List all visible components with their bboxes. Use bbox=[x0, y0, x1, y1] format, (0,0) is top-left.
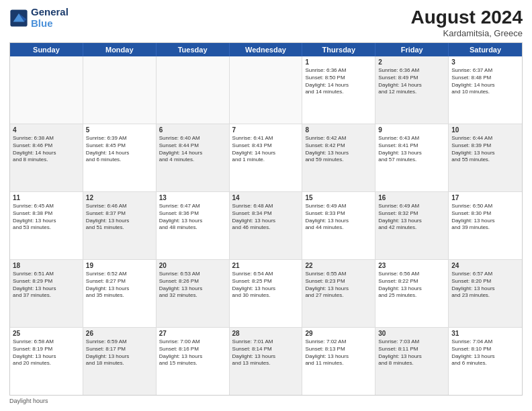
day-number: 21 bbox=[232, 262, 300, 269]
calendar-day-20: 20Sunrise: 6:53 AM Sunset: 8:26 PM Dayli… bbox=[157, 260, 230, 327]
logo-text: General Blue bbox=[31, 7, 69, 29]
calendar-day-2: 2Sunrise: 6:36 AM Sunset: 8:49 PM Daylig… bbox=[375, 56, 449, 124]
calendar-day-4: 4Sunrise: 6:38 AM Sunset: 8:46 PM Daylig… bbox=[10, 124, 83, 191]
day-info: Sunrise: 7:01 AM Sunset: 8:14 PM Dayligh… bbox=[232, 338, 300, 367]
calendar-week-2: 4Sunrise: 6:38 AM Sunset: 8:46 PM Daylig… bbox=[10, 124, 522, 192]
calendar-day-9: 9Sunrise: 6:43 AM Sunset: 8:41 PM Daylig… bbox=[375, 124, 449, 191]
day-number: 1 bbox=[305, 58, 372, 66]
day-number: 30 bbox=[378, 330, 445, 337]
day-info: Sunrise: 6:36 AM Sunset: 8:49 PM Dayligh… bbox=[378, 67, 445, 96]
day-number: 7 bbox=[232, 126, 300, 134]
calendar-day-8: 8Sunrise: 6:42 AM Sunset: 8:42 PM Daylig… bbox=[302, 124, 375, 191]
calendar-day-3: 3Sunrise: 6:37 AM Sunset: 8:48 PM Daylig… bbox=[449, 56, 522, 124]
calendar-week-1: 1Sunrise: 6:36 AM Sunset: 8:50 PM Daylig… bbox=[10, 56, 522, 124]
calendar-day-6: 6Sunrise: 6:40 AM Sunset: 8:44 PM Daylig… bbox=[157, 124, 230, 191]
calendar-day-18: 18Sunrise: 6:51 AM Sunset: 8:29 PM Dayli… bbox=[10, 260, 83, 327]
calendar-week-5: 25Sunrise: 6:58 AM Sunset: 8:19 PM Dayli… bbox=[10, 328, 522, 395]
calendar-empty-cell bbox=[10, 56, 83, 124]
day-number: 19 bbox=[86, 262, 153, 269]
day-info: Sunrise: 6:44 AM Sunset: 8:39 PM Dayligh… bbox=[451, 135, 519, 164]
calendar-day-30: 30Sunrise: 7:03 AM Sunset: 8:11 PM Dayli… bbox=[375, 328, 449, 395]
day-number: 24 bbox=[451, 262, 519, 269]
calendar-day-23: 23Sunrise: 6:56 AM Sunset: 8:22 PM Dayli… bbox=[375, 260, 449, 327]
main-title: August 2024 bbox=[411, 7, 523, 28]
day-info: Sunrise: 6:51 AM Sunset: 8:29 PM Dayligh… bbox=[13, 271, 80, 300]
day-info: Sunrise: 6:36 AM Sunset: 8:50 PM Dayligh… bbox=[305, 67, 372, 96]
day-info: Sunrise: 6:49 AM Sunset: 8:33 PM Dayligh… bbox=[305, 203, 372, 232]
sub-title: Kardamitsia, Greece bbox=[411, 28, 523, 38]
calendar-empty-cell bbox=[157, 56, 230, 124]
calendar-header-tuesday: Tuesday bbox=[157, 43, 230, 56]
day-number: 3 bbox=[451, 58, 519, 66]
day-number: 18 bbox=[13, 262, 80, 269]
calendar-day-11: 11Sunrise: 6:45 AM Sunset: 8:38 PM Dayli… bbox=[10, 192, 83, 259]
day-number: 8 bbox=[305, 126, 372, 134]
logo: General Blue bbox=[9, 7, 69, 29]
day-info: Sunrise: 6:49 AM Sunset: 8:32 PM Dayligh… bbox=[378, 203, 445, 232]
day-number: 12 bbox=[86, 194, 153, 201]
calendar-day-7: 7Sunrise: 6:41 AM Sunset: 8:43 PM Daylig… bbox=[230, 124, 303, 191]
day-info: Sunrise: 6:58 AM Sunset: 8:19 PM Dayligh… bbox=[13, 338, 80, 367]
calendar-day-19: 19Sunrise: 6:52 AM Sunset: 8:27 PM Dayli… bbox=[83, 260, 157, 327]
calendar-day-31: 31Sunrise: 7:04 AM Sunset: 8:10 PM Dayli… bbox=[449, 328, 522, 395]
calendar-day-10: 10Sunrise: 6:44 AM Sunset: 8:39 PM Dayli… bbox=[449, 124, 522, 191]
calendar-day-28: 28Sunrise: 7:01 AM Sunset: 8:14 PM Dayli… bbox=[230, 328, 303, 395]
day-number: 25 bbox=[13, 330, 80, 337]
calendar-header-wednesday: Wednesday bbox=[230, 43, 303, 56]
calendar-week-3: 11Sunrise: 6:45 AM Sunset: 8:38 PM Dayli… bbox=[10, 192, 522, 260]
calendar-header-saturday: Saturday bbox=[449, 43, 522, 56]
day-info: Sunrise: 6:48 AM Sunset: 8:34 PM Dayligh… bbox=[232, 203, 300, 232]
day-info: Sunrise: 6:38 AM Sunset: 8:46 PM Dayligh… bbox=[13, 135, 80, 164]
day-info: Sunrise: 6:54 AM Sunset: 8:25 PM Dayligh… bbox=[232, 271, 300, 300]
logo-icon bbox=[9, 9, 28, 28]
day-number: 28 bbox=[232, 330, 300, 337]
day-number: 2 bbox=[378, 58, 445, 66]
day-info: Sunrise: 7:00 AM Sunset: 8:16 PM Dayligh… bbox=[159, 338, 226, 367]
day-number: 5 bbox=[86, 126, 153, 134]
calendar-day-25: 25Sunrise: 6:58 AM Sunset: 8:19 PM Dayli… bbox=[10, 328, 83, 395]
day-number: 4 bbox=[13, 126, 80, 134]
day-number: 11 bbox=[13, 194, 80, 201]
calendar-day-24: 24Sunrise: 6:57 AM Sunset: 8:20 PM Dayli… bbox=[449, 260, 522, 327]
calendar-empty-cell bbox=[83, 56, 157, 124]
day-info: Sunrise: 6:39 AM Sunset: 8:45 PM Dayligh… bbox=[86, 135, 153, 164]
calendar-day-27: 27Sunrise: 7:00 AM Sunset: 8:16 PM Dayli… bbox=[157, 328, 230, 395]
day-info: Sunrise: 6:53 AM Sunset: 8:26 PM Dayligh… bbox=[159, 271, 226, 300]
day-info: Sunrise: 7:02 AM Sunset: 8:13 PM Dayligh… bbox=[305, 338, 372, 367]
calendar-header-sunday: Sunday bbox=[10, 43, 83, 56]
calendar-day-13: 13Sunrise: 6:47 AM Sunset: 8:36 PM Dayli… bbox=[157, 192, 230, 259]
day-number: 14 bbox=[232, 194, 300, 201]
day-info: Sunrise: 6:52 AM Sunset: 8:27 PM Dayligh… bbox=[86, 271, 153, 300]
day-number: 10 bbox=[451, 126, 519, 134]
calendar-body: 1Sunrise: 6:36 AM Sunset: 8:50 PM Daylig… bbox=[10, 56, 522, 395]
header: General Blue August 2024 Kardamitsia, Gr… bbox=[9, 7, 523, 38]
calendar-day-15: 15Sunrise: 6:49 AM Sunset: 8:33 PM Dayli… bbox=[302, 192, 375, 259]
day-info: Sunrise: 6:40 AM Sunset: 8:44 PM Dayligh… bbox=[159, 135, 226, 164]
calendar-day-1: 1Sunrise: 6:36 AM Sunset: 8:50 PM Daylig… bbox=[302, 56, 375, 124]
footer-note: Daylight hours bbox=[9, 398, 523, 404]
day-number: 17 bbox=[451, 194, 519, 201]
calendar: SundayMondayTuesdayWednesdayThursdayFrid… bbox=[9, 42, 523, 396]
day-info: Sunrise: 7:03 AM Sunset: 8:11 PM Dayligh… bbox=[378, 338, 445, 367]
day-info: Sunrise: 6:43 AM Sunset: 8:41 PM Dayligh… bbox=[378, 135, 445, 164]
calendar-header-thursday: Thursday bbox=[302, 43, 375, 56]
day-number: 26 bbox=[86, 330, 153, 337]
day-info: Sunrise: 6:59 AM Sunset: 8:17 PM Dayligh… bbox=[86, 338, 153, 367]
day-info: Sunrise: 6:56 AM Sunset: 8:22 PM Dayligh… bbox=[378, 271, 445, 300]
day-info: Sunrise: 6:55 AM Sunset: 8:23 PM Dayligh… bbox=[305, 271, 372, 300]
calendar-day-29: 29Sunrise: 7:02 AM Sunset: 8:13 PM Dayli… bbox=[302, 328, 375, 395]
day-number: 16 bbox=[378, 194, 445, 201]
calendar-day-12: 12Sunrise: 6:46 AM Sunset: 8:37 PM Dayli… bbox=[83, 192, 157, 259]
calendar-day-17: 17Sunrise: 6:50 AM Sunset: 8:30 PM Dayli… bbox=[449, 192, 522, 259]
day-info: Sunrise: 6:46 AM Sunset: 8:37 PM Dayligh… bbox=[86, 203, 153, 232]
day-number: 6 bbox=[159, 126, 226, 134]
day-number: 22 bbox=[305, 262, 372, 269]
day-number: 31 bbox=[451, 330, 519, 337]
calendar-header-monday: Monday bbox=[83, 43, 157, 56]
calendar-day-21: 21Sunrise: 6:54 AM Sunset: 8:25 PM Dayli… bbox=[230, 260, 303, 327]
day-info: Sunrise: 6:50 AM Sunset: 8:30 PM Dayligh… bbox=[451, 203, 519, 232]
day-info: Sunrise: 6:57 AM Sunset: 8:20 PM Dayligh… bbox=[451, 271, 519, 300]
calendar-day-16: 16Sunrise: 6:49 AM Sunset: 8:32 PM Dayli… bbox=[375, 192, 449, 259]
day-number: 27 bbox=[159, 330, 226, 337]
calendar-day-26: 26Sunrise: 6:59 AM Sunset: 8:17 PM Dayli… bbox=[83, 328, 157, 395]
